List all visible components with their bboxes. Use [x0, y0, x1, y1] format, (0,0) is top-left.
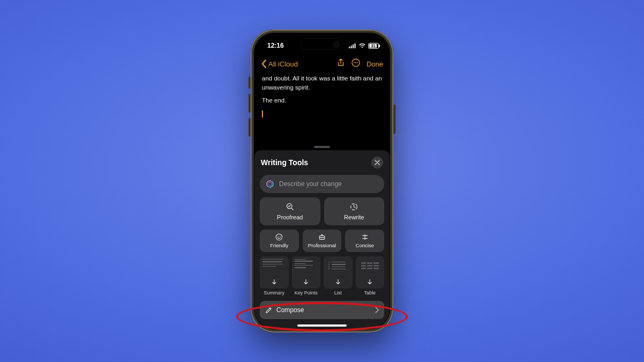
- svg-point-7: [357, 62, 358, 63]
- professional-label: Professional: [308, 242, 336, 248]
- arrow-down-icon: [336, 279, 340, 285]
- concise-icon: [361, 233, 369, 241]
- rewrite-icon: [349, 202, 358, 211]
- rewrite-label: Rewrite: [344, 214, 364, 220]
- battery-icon: 81: [368, 43, 380, 49]
- list-label: List: [334, 290, 342, 295]
- dynamic-island: [301, 38, 343, 50]
- format-table[interactable]: Table: [356, 256, 385, 295]
- back-label: All iCloud: [268, 60, 298, 68]
- format-key-points[interactable]: Key Points: [292, 256, 321, 295]
- signal-icon: [349, 43, 356, 48]
- svg-rect-2: [353, 45, 354, 48]
- screen: 12:16 81 All iCloud: [254, 33, 390, 329]
- pencil-icon: [265, 307, 272, 314]
- battery-level: 81: [371, 44, 376, 48]
- rewrite-button[interactable]: Rewrite: [324, 197, 385, 225]
- text-cursor: [262, 110, 263, 117]
- describe-input[interactable]: Describe your change: [260, 175, 384, 193]
- svg-point-6: [355, 62, 356, 63]
- done-button[interactable]: Done: [367, 60, 383, 68]
- close-button[interactable]: [371, 157, 383, 168]
- silence-switch: [248, 77, 251, 88]
- svg-rect-3: [355, 43, 356, 48]
- table-label: Table: [364, 290, 376, 295]
- svg-point-13: [278, 236, 279, 237]
- arrow-down-icon: [272, 279, 276, 285]
- svg-point-14: [280, 236, 281, 237]
- svg-rect-0: [349, 47, 350, 48]
- magnifier-check-icon: [286, 202, 295, 211]
- arrow-down-icon: [304, 279, 308, 285]
- friendly-label: Friendly: [270, 242, 288, 248]
- svg-point-12: [276, 234, 282, 240]
- note-paragraph: The end.: [262, 96, 382, 105]
- concise-label: Concise: [356, 242, 374, 248]
- proofread-label: Proofread: [277, 214, 303, 220]
- nav-bar: All iCloud Done: [254, 55, 390, 73]
- ellipsis-circle-icon: [352, 58, 360, 67]
- svg-rect-1: [351, 46, 352, 48]
- power-button: [393, 105, 396, 134]
- chevron-left-icon: [261, 60, 267, 68]
- home-indicator[interactable]: [297, 324, 347, 327]
- svg-point-8: [267, 181, 273, 187]
- back-button[interactable]: All iCloud: [261, 60, 298, 68]
- chevron-right-icon: [375, 307, 379, 313]
- svg-point-9: [268, 182, 272, 186]
- concise-button[interactable]: Concise: [345, 230, 384, 252]
- note-paragraph: and doubt. All it took was a little fait…: [262, 74, 382, 92]
- intelligence-icon: [265, 179, 275, 189]
- describe-placeholder: Describe your change: [279, 180, 342, 188]
- format-summary[interactable]: Summary: [260, 256, 289, 295]
- arrow-down-icon: [368, 279, 372, 285]
- key-points-label: Key Points: [295, 290, 318, 295]
- volume-down-button: [248, 118, 251, 137]
- sheet-title: Writing Tools: [261, 158, 308, 167]
- more-button[interactable]: [352, 58, 360, 69]
- friendly-button[interactable]: Friendly: [260, 230, 299, 252]
- close-icon: [375, 160, 380, 165]
- briefcase-icon: [318, 233, 326, 241]
- compose-label: Compose: [276, 306, 304, 314]
- format-list[interactable]: List: [324, 256, 353, 295]
- smile-icon: [275, 233, 283, 241]
- proofread-button[interactable]: Proofread: [260, 197, 320, 225]
- status-time: 12:16: [267, 42, 284, 49]
- compose-button[interactable]: Compose: [260, 301, 384, 319]
- svg-point-5: [354, 62, 355, 63]
- share-button[interactable]: [336, 58, 345, 69]
- summary-label: Summary: [264, 290, 284, 295]
- iphone-frame: 12:16 81 All iCloud: [251, 29, 393, 333]
- writing-tools-sheet: Writing Tools Describe your change Proof…: [254, 150, 390, 329]
- wifi-icon: [358, 43, 366, 48]
- professional-button[interactable]: Professional: [303, 230, 342, 252]
- share-icon: [336, 58, 345, 67]
- volume-up-button: [248, 94, 251, 113]
